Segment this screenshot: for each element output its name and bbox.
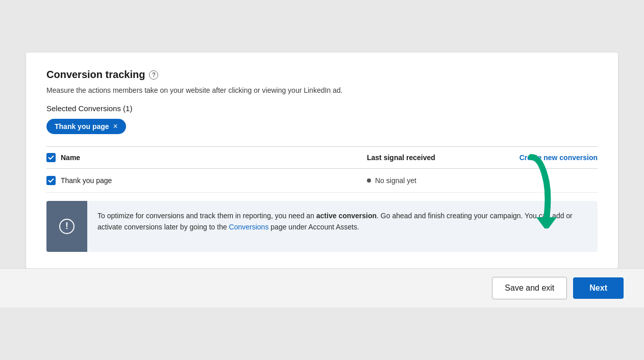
footer: Save and exit Next — [0, 268, 644, 307]
create-new-conversion-link[interactable]: Create new conversion — [496, 153, 598, 162]
main-card: Conversion tracking ? Measure the action… — [26, 53, 618, 268]
row-name: Thank you page — [61, 176, 112, 185]
selected-conversions-label: Selected Conversions (1) — [46, 104, 598, 113]
tag-label: Thank you page — [55, 122, 109, 131]
help-icon[interactable]: ? — [149, 70, 158, 80]
info-text-part1: To optimize for conversions and track th… — [97, 212, 316, 220]
save-and-exit-button[interactable]: Save and exit — [492, 277, 567, 299]
select-all-checkbox[interactable] — [46, 153, 56, 162]
table-row: Thank you page No signal yet — [46, 169, 598, 193]
conversions-table: Name Last signal received Create new con… — [46, 146, 598, 193]
info-banner-text: To optimize for conversions and track th… — [87, 201, 598, 242]
table-header: Name Last signal received Create new con… — [46, 147, 598, 169]
next-button[interactable]: Next — [573, 277, 624, 299]
signal-dot-icon — [367, 178, 371, 183]
row-signal-text: No signal yet — [375, 176, 416, 185]
info-banner: ! To optimize for conversions and track … — [46, 201, 598, 252]
info-banner-icon-col: ! — [46, 201, 87, 252]
thank-you-page-tag[interactable]: Thank you page × — [46, 119, 126, 134]
info-text-part3: page under Account Assets. — [268, 223, 359, 231]
info-circle-icon: ! — [59, 219, 75, 234]
conversions-link[interactable]: Conversions — [229, 223, 269, 231]
info-text-bold: active conversion — [316, 212, 377, 220]
name-col-header: Name — [61, 153, 80, 162]
title-row: Conversion tracking ? — [46, 69, 598, 81]
page-wrapper: Conversion tracking ? Measure the action… — [0, 0, 644, 360]
row-name-col: Thank you page — [46, 176, 361, 185]
card-subtitle: Measure the actions members take on your… — [46, 86, 598, 96]
card-title: Conversion tracking — [46, 69, 145, 81]
row-checkbox[interactable] — [46, 176, 56, 185]
signal-col-header: Last signal received — [367, 153, 489, 162]
tag-remove-button[interactable]: × — [113, 122, 118, 131]
row-signal-col: No signal yet — [367, 176, 489, 185]
table-header-name-col: Name — [46, 153, 361, 162]
